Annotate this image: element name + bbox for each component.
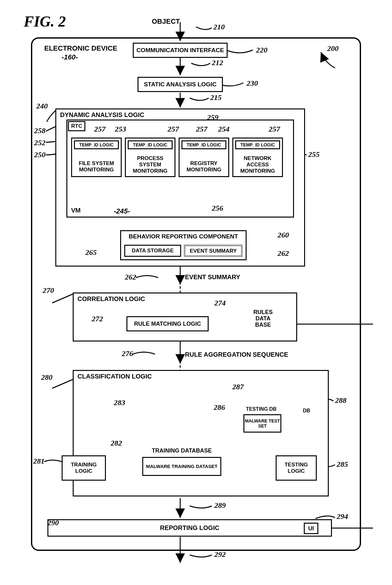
object-label: OBJECT xyxy=(152,17,180,26)
temp-id-logic-4: TEMP_ID LOGIC xyxy=(235,140,280,149)
ref-260: 260 xyxy=(278,231,289,239)
behavior-reporting-box: BEHAVIOR REPORTING COMPONENT DATA STORAG… xyxy=(120,230,247,260)
ref-257a: 257 xyxy=(94,125,106,133)
malware-test-set-label: MALWARE TEST SET xyxy=(244,418,280,428)
network-monitoring-box: TEMP_ID LOGIC NETWORK ACCESS MONITORING xyxy=(232,138,283,177)
dynamic-analysis-label: DYNAMIC ANALYSIS LOGIC xyxy=(60,111,144,119)
ref-294: 294 xyxy=(337,512,348,521)
ref-290: 290 xyxy=(47,519,59,527)
registry-monitoring-box: TEMP_ID LOGIC REGISTRY MONITORING xyxy=(179,138,229,177)
ref-212: 212 xyxy=(212,58,223,67)
reporting-logic-box: REPORTING LOGIC UI xyxy=(47,519,332,537)
ref-220: 220 xyxy=(256,46,267,54)
rule-matching-box: RULE MATCHING LOGIC xyxy=(126,316,209,331)
ref-210: 210 xyxy=(213,23,225,31)
figure-title: FIG. 2 xyxy=(24,13,66,30)
ref-289: 289 xyxy=(214,501,226,510)
file-monitoring-label: FILE SYSTEM MONITORING xyxy=(73,160,119,173)
ref-257b: 257 xyxy=(168,125,179,133)
ref-265: 265 xyxy=(85,248,97,257)
testing-logic-label: TESTING LOGIC xyxy=(277,462,316,474)
electronic-device-num: -160- xyxy=(62,53,78,61)
ref-283: 283 xyxy=(114,398,125,407)
ref-257c: 257 xyxy=(196,125,207,133)
ref-281: 281 xyxy=(33,457,45,465)
event-summary-flow-label: EVENT SUMMARY xyxy=(185,274,240,281)
temp-id-logic-2: TEMP_ID LOGIC xyxy=(128,140,173,149)
network-monitoring-label: NETWORK ACCESS MONITORING xyxy=(235,155,281,174)
vm-label: VM xyxy=(71,207,81,214)
ref-240: 240 xyxy=(36,102,48,110)
ref-259: 259 xyxy=(207,113,218,122)
file-system-monitoring-box: TEMP_ID LOGIC FILE SYSTEM MONITORING xyxy=(71,138,122,177)
ref-256: 256 xyxy=(212,204,223,212)
ref-292: 292 xyxy=(214,550,226,559)
temp-id-logic-3: TEMP_ID LOGIC xyxy=(181,140,226,149)
ref-262b: 262 xyxy=(125,273,136,281)
ref-280: 280 xyxy=(41,373,52,382)
event-summary-box: EVENT SUMMARY xyxy=(184,245,242,257)
db-label: DB xyxy=(303,408,310,414)
testing-logic-box: TESTING LOGIC xyxy=(276,455,317,481)
malware-training-label: MALWARE TRAINING DATASET xyxy=(146,464,217,469)
ref-287: 287 xyxy=(232,383,244,391)
reporting-logic-label: REPORTING LOGIC xyxy=(160,524,219,531)
ref-288: 288 xyxy=(335,396,346,405)
ref-258: 258 xyxy=(34,126,46,135)
ref-270: 270 xyxy=(43,286,54,295)
static-analysis-box: STATIC ANALYSIS LOGIC xyxy=(138,77,223,92)
electronic-device-label: ELECTRONIC DEVICE xyxy=(44,44,117,52)
rule-aggregation-label: RULE AGGREGATION SEQUENCE xyxy=(185,351,288,358)
ui-box: UI xyxy=(304,523,318,534)
malware-test-set-box: MALWARE TEST SET xyxy=(243,414,281,433)
process-monitoring-box: TEMP_ID LOGIC PROCESS SYSTEM MONITORING xyxy=(125,138,175,177)
communication-interface-box: COMMUNICATION INTERFACE xyxy=(133,43,228,58)
malware-training-dataset-box: MALWARE TRAINING DATASET xyxy=(142,457,221,476)
ref-257d: 257 xyxy=(269,125,280,133)
ref-230: 230 xyxy=(247,79,258,88)
training-logic-label: TRAINING LOGIC xyxy=(63,462,105,474)
vm-num: -245- xyxy=(114,207,130,215)
ref-200: 200 xyxy=(327,44,339,53)
rules-db-label: RULES DATA BASE xyxy=(252,309,274,328)
process-monitoring-label: PROCESS SYSTEM MONITORING xyxy=(127,155,173,174)
ref-274: 274 xyxy=(214,299,226,307)
rtc-box: RTC xyxy=(68,121,85,131)
training-db-label: TRAINING DATABASE xyxy=(142,447,221,454)
correlation-label: CORRELATION LOGIC xyxy=(77,295,145,303)
brc-label: BEHAVIOR REPORTING COMPONENT xyxy=(124,233,243,240)
ref-272: 272 xyxy=(92,315,103,323)
classification-label: CLASSIFICATION LOGIC xyxy=(77,373,152,380)
ref-262a: 262 xyxy=(278,249,289,258)
testing-db-label: TESTING DB xyxy=(246,406,277,412)
ref-286: 286 xyxy=(214,403,225,412)
ref-253: 253 xyxy=(115,125,126,133)
ref-250: 250 xyxy=(34,151,46,159)
ref-276: 276 xyxy=(122,349,133,358)
registry-monitoring-label: REGISTRY MONITORING xyxy=(181,160,227,173)
ref-255: 255 xyxy=(308,150,320,159)
ref-282: 282 xyxy=(111,439,122,447)
temp-id-logic-1: TEMP_ID LOGIC xyxy=(74,140,119,149)
data-storage-box: DATA STORAGE xyxy=(124,245,181,257)
ref-254: 254 xyxy=(218,125,230,133)
ref-215: 215 xyxy=(210,93,222,102)
ref-252: 252 xyxy=(34,139,46,147)
training-logic-box: TRAINING LOGIC xyxy=(62,455,106,481)
ref-285: 285 xyxy=(337,460,348,469)
